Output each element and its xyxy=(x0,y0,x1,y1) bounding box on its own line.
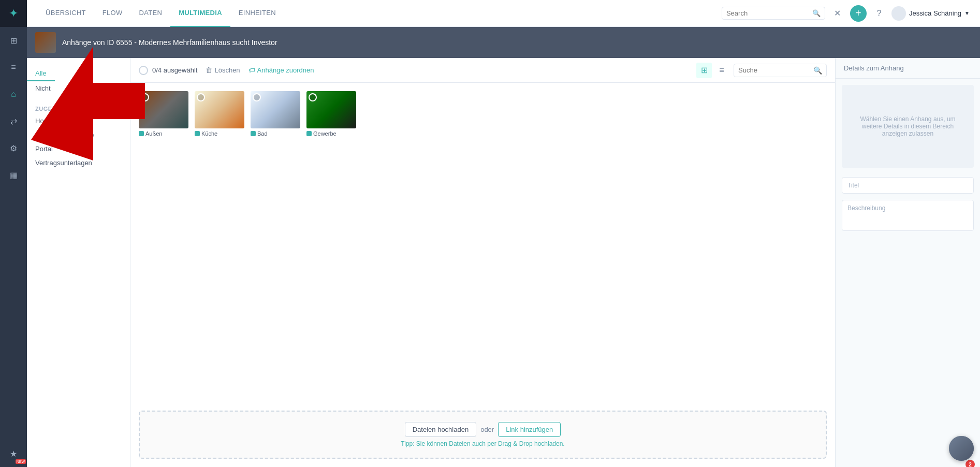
help-button[interactable]: ? xyxy=(871,5,887,22)
user-name: Jessica Schäning xyxy=(909,9,961,17)
sidebar-item-settings[interactable]: ⚙ xyxy=(0,135,27,162)
image-thumb-0 xyxy=(139,91,188,128)
avatar xyxy=(891,6,906,21)
image-grid: Außen Küche xyxy=(130,83,835,406)
filter-vertragsunterlagen[interactable]: Vertragsunterlagen xyxy=(27,156,130,170)
image-label-3: Gewerbe xyxy=(306,130,356,137)
sidebar-item-grid[interactable]: ⊞ xyxy=(0,27,27,54)
label-icon-2 xyxy=(251,131,256,136)
upload-buttons: Dateien hochladen oder Link hinzufügen xyxy=(405,422,561,437)
right-panel-description-field[interactable]: Beschreibung xyxy=(842,200,974,231)
new-icon: ★ xyxy=(10,449,17,459)
top-search-input[interactable] xyxy=(726,9,812,17)
page-header-thumbnail xyxy=(35,32,56,53)
filter-homepage[interactable]: Homepage xyxy=(27,114,130,128)
label-icon-0 xyxy=(139,131,144,136)
logo-icon: ✦ xyxy=(9,7,18,20)
main-content: 0/4 ausgewählt 🗑 Löschen 🏷 Anhänge zuord… xyxy=(130,58,835,467)
delete-label: Löschen xyxy=(214,66,240,74)
right-panel-preview: Wählen Sie einen Anhang aus, um weitere … xyxy=(842,85,974,168)
image-select-3[interactable] xyxy=(309,93,317,101)
nav-right: 🔍 ✕ + ? Jessica Schäning ▼ xyxy=(722,5,970,22)
delete-action[interactable]: 🗑 Löschen xyxy=(206,66,240,74)
add-link-button[interactable]: Link hinzufügen xyxy=(498,422,561,437)
assign-label: Anhänge zuordnen xyxy=(257,66,314,74)
image-card-3[interactable]: Gewerbe xyxy=(306,91,356,137)
image-thumb-3 xyxy=(306,91,356,128)
image-thumb-2 xyxy=(251,91,300,128)
sidebar: ✦ ⊞ ≡ ⌂ ⇄ ⚙ ▦ ★ xyxy=(0,0,27,467)
upload-files-button[interactable]: Dateien hochladen xyxy=(405,422,476,437)
label-icon-1 xyxy=(195,131,200,136)
image-thumb-1 xyxy=(195,91,244,128)
image-card-1[interactable]: Küche xyxy=(195,91,244,137)
top-search-bar[interactable]: 🔍 xyxy=(722,7,825,20)
upload-hint: Tipp: Sie können Dateien auch per Drag &… xyxy=(401,440,564,447)
assign-action[interactable]: 🏷 Anhänge zuordnen xyxy=(248,66,314,74)
sidebar-item-chart[interactable]: ≡ xyxy=(0,54,27,81)
filter-alle[interactable]: Alle xyxy=(27,66,55,81)
nav-tabs: ÜBERSICHT FLOW DATEN MULTIMEDIA EINHEITE… xyxy=(37,0,722,27)
upload-oder: oder xyxy=(480,426,494,433)
left-panel: Alle Nicht ZUGE Homepage Interaktives Ex… xyxy=(27,58,130,467)
image-label-0: Außen xyxy=(139,130,188,137)
right-panel-header: Details zum Anhang xyxy=(836,58,980,79)
tag-icon: 🏷 xyxy=(248,66,255,74)
main-area: ÜBERSICHT FLOW DATEN MULTIMEDIA EINHEITE… xyxy=(27,0,980,467)
select-all-area: 0/4 ausgewählt xyxy=(139,66,197,75)
upload-area: Dateien hochladen oder Link hinzufügen T… xyxy=(139,411,827,459)
content-search-input[interactable] xyxy=(738,66,813,74)
tab-daten[interactable]: DATEN xyxy=(131,0,171,27)
image-select-0[interactable] xyxy=(141,93,149,101)
content-toolbar: 0/4 ausgewählt 🗑 Löschen 🏷 Anhänge zuord… xyxy=(130,58,835,83)
page-header-title: Anhänge von ID 6555 - Modernes Mehrfamil… xyxy=(62,38,277,47)
chevron-down-icon: ▼ xyxy=(964,10,970,16)
page-header: Anhänge von ID 6555 - Modernes Mehrfamil… xyxy=(27,27,980,58)
filter-nicht[interactable]: Nicht xyxy=(27,81,130,95)
right-panel: Details zum Anhang Wählen Sie einen Anha… xyxy=(835,58,980,467)
grid-view-button[interactable]: ⊞ xyxy=(696,63,712,78)
list-icon: ≡ xyxy=(11,63,16,72)
close-button[interactable]: ✕ xyxy=(829,5,846,22)
sidebar-item-calendar[interactable]: ▦ xyxy=(0,162,27,188)
sidebar-item-swap[interactable]: ⇄ xyxy=(0,108,27,135)
content-area: Alle Nicht ZUGE Homepage Interaktives Ex… xyxy=(27,58,980,467)
add-button[interactable]: + xyxy=(850,5,867,22)
trash-icon: 🗑 xyxy=(206,66,212,74)
chat-badge: 2 xyxy=(966,460,975,467)
image-label-1: Küche xyxy=(195,130,244,137)
list-view-button[interactable]: ≡ xyxy=(714,63,729,78)
grid-icon: ⊞ xyxy=(10,36,17,46)
sidebar-item-home[interactable]: ⌂ xyxy=(0,81,27,108)
right-panel-title-field[interactable]: Titel xyxy=(842,177,974,194)
tab-einheiten[interactable]: EINHEITEN xyxy=(230,0,284,27)
top-nav: ÜBERSICHT FLOW DATEN MULTIMEDIA EINHEITE… xyxy=(27,0,980,27)
image-select-1[interactable] xyxy=(197,93,205,101)
search-icon: 🔍 xyxy=(813,66,822,75)
user-menu[interactable]: Jessica Schäning ▼ xyxy=(891,6,970,21)
filter-portal[interactable]: Portal xyxy=(27,142,130,156)
selected-count: 0/4 ausgewählt xyxy=(152,66,197,74)
chat-avatar[interactable] xyxy=(949,436,974,461)
left-panel-section-title: ZUGE xyxy=(27,104,130,114)
sidebar-logo[interactable]: ✦ xyxy=(0,0,27,27)
sidebar-item-new[interactable]: ★ xyxy=(0,440,27,467)
tab-multimedia[interactable]: MULTIMEDIA xyxy=(170,0,230,27)
content-search-bar[interactable]: 🔍 xyxy=(734,64,827,77)
image-card-0[interactable]: Außen xyxy=(139,91,188,137)
select-all-radio[interactable] xyxy=(139,66,148,75)
tab-ubersicht[interactable]: ÜBERSICHT xyxy=(37,0,94,27)
settings-icon: ⚙ xyxy=(10,143,17,153)
swap-icon: ⇄ xyxy=(10,116,17,126)
image-select-2[interactable] xyxy=(253,93,261,101)
label-icon-3 xyxy=(306,131,312,136)
view-toggle: ⊞ ≡ xyxy=(696,63,729,78)
tab-flow[interactable]: FLOW xyxy=(94,0,131,27)
toolbar-right: ⊞ ≡ 🔍 xyxy=(696,63,827,78)
home-icon: ⌂ xyxy=(11,90,16,99)
search-icon: 🔍 xyxy=(812,9,821,17)
image-label-2: Bad xyxy=(251,130,300,137)
filter-interaktives[interactable]: Interaktives Expose xyxy=(27,128,130,142)
image-card-2[interactable]: Bad xyxy=(251,91,300,137)
left-panel-main: Alle Nicht xyxy=(27,66,130,95)
